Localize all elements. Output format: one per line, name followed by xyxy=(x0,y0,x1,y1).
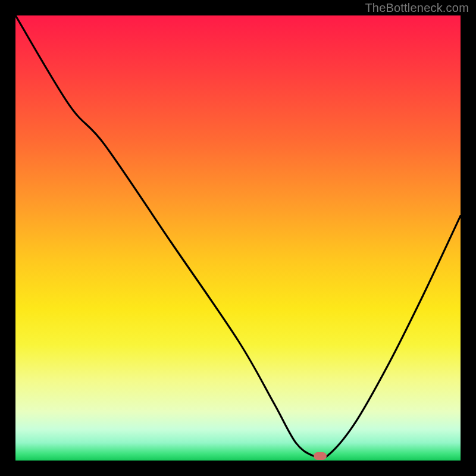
frame-border-bottom xyxy=(0,461,476,476)
watermark-text: TheBottleneck.com xyxy=(365,1,469,15)
plot-area xyxy=(15,15,461,461)
curve-svg xyxy=(15,15,461,461)
frame-border-left xyxy=(0,0,15,476)
bottleneck-curve-path xyxy=(15,15,461,459)
chart-stage: TheBottleneck.com xyxy=(0,0,476,476)
frame-border-right xyxy=(461,0,476,476)
optimal-marker xyxy=(314,452,327,460)
